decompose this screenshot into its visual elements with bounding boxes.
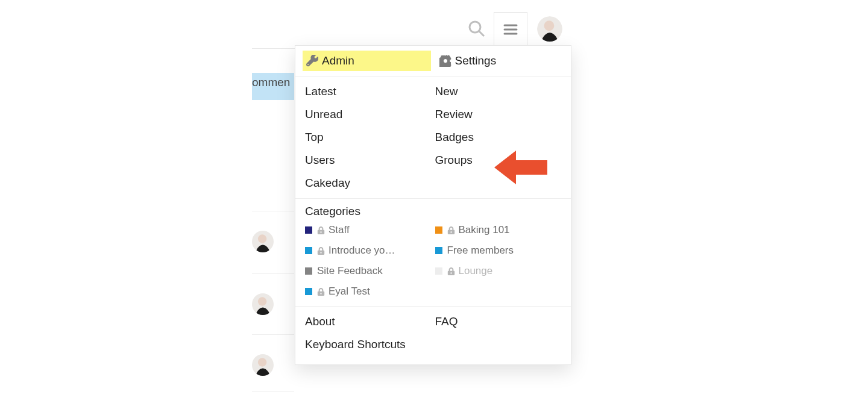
category-color-swatch	[305, 267, 312, 275]
menu-item-admin[interactable]: Admin	[303, 51, 431, 71]
category-item[interactable]: Lounge	[435, 265, 562, 277]
category-item[interactable]: Site Feedback	[305, 265, 432, 277]
search-icon	[468, 20, 486, 38]
gear-icon	[439, 55, 451, 67]
category-label: Introduce yo…	[329, 245, 395, 257]
category-color-swatch	[435, 226, 442, 234]
menu-item-badges[interactable]: Badges	[435, 126, 562, 149]
category-label: Baking 101	[459, 224, 510, 236]
svg-point-3	[258, 297, 266, 305]
categories-grid: StaffBaking 101Introduce yo…Free members…	[295, 219, 571, 306]
avatar	[252, 293, 274, 315]
menu-item-top[interactable]: Top	[305, 126, 432, 149]
category-color-swatch	[305, 288, 312, 295]
svg-point-1	[258, 234, 266, 243]
menu-item-about[interactable]: About	[305, 310, 432, 333]
svg-line-7	[479, 31, 484, 36]
category-item[interactable]: Free members	[435, 245, 562, 257]
menu-item-settings[interactable]: Settings	[436, 51, 564, 71]
svg-point-5	[258, 358, 266, 366]
category-color-swatch	[435, 247, 442, 254]
menu-item-keyboard-shortcuts[interactable]: Keyboard Shortcuts	[305, 333, 432, 356]
menu-item-unread[interactable]: Unread	[305, 103, 432, 126]
category-label: Free members	[447, 245, 514, 257]
avatar	[252, 231, 274, 252]
hamburger-icon	[502, 21, 519, 38]
category-label: Staff	[329, 224, 350, 236]
list-row-divider	[252, 273, 294, 274]
svg-point-12	[544, 20, 555, 31]
annotation-arrow	[493, 147, 549, 188]
category-item[interactable]: Staff	[305, 224, 432, 236]
current-user-avatar[interactable]	[537, 16, 562, 42]
category-color-swatch	[305, 226, 312, 234]
search-button[interactable]	[460, 12, 494, 46]
category-color-swatch	[435, 267, 442, 275]
menu-item-faq[interactable]: FAQ	[435, 310, 562, 333]
menu-item-settings-label: Settings	[455, 54, 497, 67]
category-label: Lounge	[459, 265, 493, 277]
menu-item-cakeday[interactable]: Cakeday	[305, 172, 432, 195]
menu-item-admin-label: Admin	[322, 54, 354, 67]
category-item[interactable]: Baking 101	[435, 224, 562, 236]
list-row-divider	[252, 211, 294, 211]
list-row-divider	[252, 334, 294, 335]
category-color-swatch	[305, 247, 312, 254]
selected-tag-text: ommen	[252, 76, 290, 89]
menu-item-users[interactable]: Users	[305, 149, 432, 172]
category-label: Site Feedback	[317, 265, 383, 277]
avatar	[252, 354, 274, 376]
hamburger-button[interactable]	[494, 12, 527, 46]
panel-top-row: Admin Settings	[295, 46, 571, 76]
hamburger-menu-panel: Admin Settings Latest Unread Top Users C…	[295, 45, 571, 365]
category-item[interactable]: Introduce yo…	[305, 245, 432, 257]
category-label: Eyal Test	[329, 286, 370, 298]
header-controls	[460, 12, 562, 46]
panel-footer-grid: About Keyboard Shortcuts FAQ	[295, 307, 571, 364]
menu-item-review[interactable]: Review	[435, 103, 562, 126]
wrench-icon	[306, 55, 318, 67]
menu-item-new[interactable]: New	[435, 80, 562, 103]
category-item[interactable]: Eyal Test	[305, 286, 432, 298]
arrow-left-icon	[493, 147, 549, 188]
list-row-divider	[252, 392, 294, 392]
categories-heading: Categories	[295, 199, 571, 219]
menu-item-latest[interactable]: Latest	[305, 80, 432, 103]
svg-point-6	[470, 22, 480, 33]
